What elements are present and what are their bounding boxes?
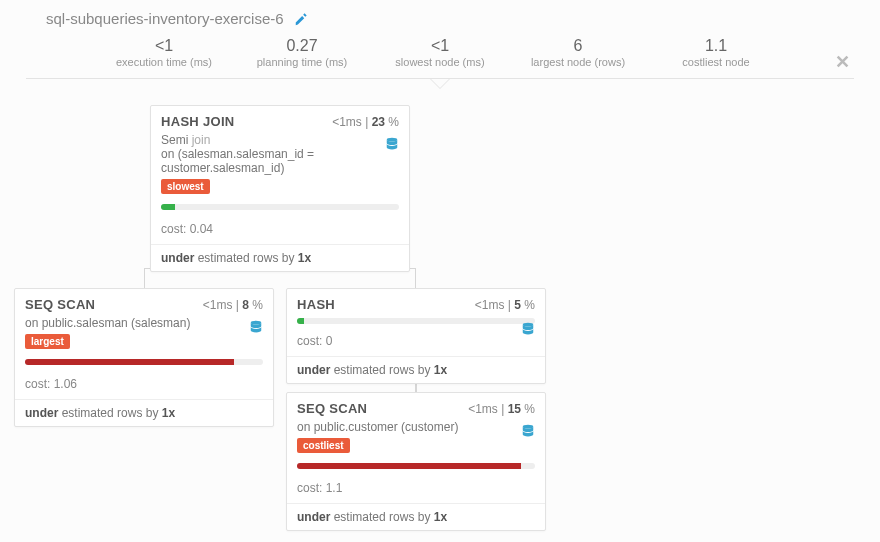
node-meta: <1ms | 15 % [468,402,535,416]
svg-point-3 [523,425,534,429]
node-hash-join[interactable]: HASH JOIN <1ms | 23 % Semi join on (sale… [150,105,410,272]
tag-largest: largest [25,334,70,349]
plan-graph: HASH JOIN <1ms | 23 % Semi join on (sale… [0,97,880,537]
node-hash[interactable]: HASH <1ms | 5 % cost: 0 under estimated … [286,288,546,384]
stat-plan-time: 0.27 planning time (ms) [247,37,357,68]
stats-pointer-icon [430,79,450,89]
node-seq-scan-customer[interactable]: SEQ SCAN <1ms | 15 % on public.customer … [286,392,546,531]
node-meta: <1ms | 23 % [332,115,399,129]
database-icon [521,422,535,438]
node-title: SEQ SCAN [25,297,95,312]
close-icon[interactable]: ✕ [835,51,850,73]
node-seq-scan-salesman[interactable]: SEQ SCAN <1ms | 8 % on public.salesman (… [14,288,274,427]
cost-bar [297,463,535,469]
node-title: HASH JOIN [161,114,235,129]
svg-point-0 [387,138,398,142]
edit-title-icon[interactable] [294,11,308,27]
node-desc: on public.salesman (salesman) [25,316,263,330]
node-title: HASH [297,297,335,312]
node-title: SEQ SCAN [297,401,367,416]
node-desc: Semi join on (salesman.salesman_id = cus… [161,133,399,175]
node-estimate: under estimated rows by 1x [287,503,545,530]
cost-bar [161,204,399,210]
stat-exec-time: <1 execution time (ms) [109,37,219,68]
database-icon [249,318,263,334]
node-meta: <1ms | 8 % [203,298,263,312]
database-icon [385,135,399,151]
cost-bar [297,318,535,324]
svg-point-1 [251,321,262,325]
plan-title: sql-subqueries-inventory-exercise-6 [46,10,284,27]
node-estimate: under estimated rows by 1x [287,356,545,383]
node-desc: on public.customer (customer) [297,420,535,434]
node-estimate: under estimated rows by 1x [151,244,409,271]
node-cost: cost: 0.04 [151,220,409,244]
page-title-bar: sql-subqueries-inventory-exercise-6 [0,0,880,33]
cost-bar [25,359,263,365]
stats-panel: <1 execution time (ms) 0.27 planning tim… [26,31,854,79]
tag-costliest: costliest [297,438,350,453]
node-estimate: under estimated rows by 1x [15,399,273,426]
node-meta: <1ms | 5 % [475,298,535,312]
node-cost: cost: 1.1 [287,479,545,503]
node-cost: cost: 1.06 [15,375,273,399]
stat-slowest: <1 slowest node (ms) [385,37,495,68]
svg-point-2 [523,323,534,327]
tag-slowest: slowest [161,179,210,194]
database-icon [521,320,535,336]
stat-costliest: 1.1 costliest node [661,37,771,68]
stat-largest: 6 largest node (rows) [523,37,633,68]
node-cost: cost: 0 [287,334,545,356]
